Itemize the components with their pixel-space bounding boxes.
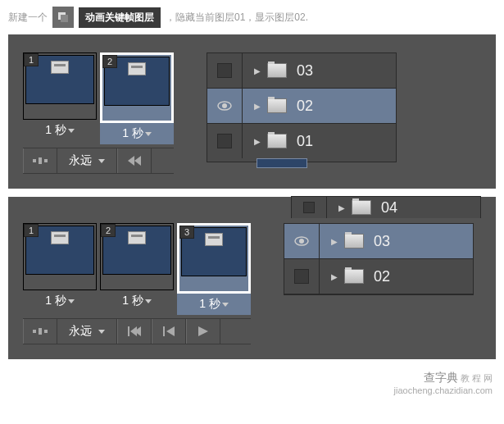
- expand-arrow-icon[interactable]: ▶: [338, 203, 345, 212]
- svg-point-19: [299, 239, 304, 244]
- svg-rect-3: [39, 157, 42, 164]
- folder-icon: [267, 98, 287, 113]
- layer-name: 03: [297, 62, 313, 80]
- svg-rect-4: [44, 159, 48, 162]
- frame-duration[interactable]: 1 秒: [177, 294, 251, 315]
- header-suffix: ，隐藏当前图层01，显示图层02.: [166, 11, 308, 25]
- dropdown-icon: [68, 299, 75, 303]
- timeline: 1 1 秒 2 1 秒 永远: [23, 52, 174, 174]
- svg-rect-1: [61, 15, 68, 22]
- frame-duration[interactable]: 1 秒: [100, 123, 174, 144]
- svg-marker-6: [128, 156, 134, 166]
- visibility-toggle[interactable]: [284, 224, 320, 258]
- loop-dropdown[interactable]: 永远: [57, 148, 117, 173]
- play-button[interactable]: [186, 319, 220, 344]
- frame-duration[interactable]: 1 秒: [100, 290, 174, 312]
- svg-rect-15: [163, 326, 165, 336]
- page-header: 新建一个 动画关键帧图层 ，隐藏当前图层01，显示图层02.: [0, 0, 504, 34]
- layer-name: 04: [381, 199, 397, 217]
- visibility-toggle[interactable]: [292, 197, 327, 218]
- layer-row-04[interactable]: ▶ 04: [291, 196, 481, 218]
- visibility-toggle[interactable]: [207, 53, 243, 88]
- expand-arrow-icon[interactable]: ▶: [331, 237, 338, 246]
- frame-2[interactable]: 2 1 秒: [100, 223, 174, 315]
- dropdown-icon: [68, 129, 75, 133]
- svg-rect-10: [39, 328, 42, 335]
- layer-row-03[interactable]: ▶ 03: [284, 224, 473, 258]
- animation-panel-2: ▶ 04 1 1 秒 2 1 秒 3 1 秒: [8, 197, 496, 359]
- header-highlight: 动画关键帧图层: [79, 7, 161, 28]
- tween-button[interactable]: [23, 148, 57, 173]
- visibility-toggle[interactable]: [284, 259, 320, 294]
- first-frame-button[interactable]: [117, 148, 152, 173]
- expand-arrow-icon[interactable]: ▶: [254, 102, 261, 111]
- visibility-toggle[interactable]: [207, 89, 243, 123]
- layer-name: 02: [297, 98, 313, 115]
- folder-icon: [344, 234, 364, 248]
- visibility-toggle[interactable]: [207, 124, 243, 158]
- layer-row-02[interactable]: ▶ 02: [207, 88, 396, 124]
- layer-name: 01: [297, 133, 313, 150]
- layer-row-01[interactable]: ▶ 01: [207, 124, 396, 158]
- layer-row-02[interactable]: ▶ 02: [284, 258, 473, 294]
- layer-name: 02: [374, 268, 390, 285]
- frame-2[interactable]: 2 1 秒: [100, 52, 174, 144]
- layer-row-03[interactable]: ▶ 03: [207, 53, 396, 88]
- loop-dropdown[interactable]: 永远: [57, 319, 117, 344]
- svg-rect-12: [128, 326, 129, 336]
- header-prefix: 新建一个: [8, 11, 48, 25]
- layers-panel: ▶ 03 ▶ 02 ▶ 01: [207, 52, 397, 162]
- frame-3[interactable]: 3 1 秒: [177, 223, 251, 315]
- svg-rect-9: [33, 330, 36, 333]
- frame-duration[interactable]: 1 秒: [23, 290, 97, 312]
- playback-controls: 永远: [23, 148, 174, 174]
- timeline: 1 1 秒 2 1 秒 3 1 秒 永远: [23, 223, 251, 344]
- frame-1[interactable]: 1 1 秒: [23, 223, 97, 315]
- layers-panel: ▶ 03 ▶ 02: [284, 223, 474, 295]
- dropdown-icon: [98, 330, 105, 334]
- tween-button[interactable]: [23, 319, 57, 344]
- folder-icon: [267, 63, 287, 78]
- prev-frame-button[interactable]: [152, 319, 186, 344]
- expand-arrow-icon[interactable]: ▶: [331, 272, 338, 281]
- layer-name: 03: [374, 233, 390, 250]
- layer-thumb: [257, 158, 307, 168]
- expand-arrow-icon[interactable]: ▶: [254, 137, 261, 146]
- svg-rect-2: [33, 159, 36, 162]
- watermark: 查字典 教 程 网 jiaocheng.chazidian.com: [0, 367, 504, 399]
- frame-duration[interactable]: 1 秒: [23, 120, 97, 141]
- frame-1[interactable]: 1 1 秒: [23, 52, 97, 144]
- animation-panel-1: 1 1 秒 2 1 秒 永远 ▶ 03: [8, 34, 496, 189]
- eye-icon: [294, 236, 309, 246]
- dropdown-icon: [145, 132, 152, 136]
- svg-marker-5: [134, 156, 141, 166]
- playback-controls: 永远: [23, 318, 251, 344]
- folder-icon: [344, 269, 364, 284]
- dropdown-icon: [222, 303, 229, 307]
- folder-icon: [267, 134, 287, 148]
- dropdown-icon: [145, 299, 152, 303]
- expand-arrow-icon[interactable]: ▶: [254, 66, 261, 75]
- svg-rect-11: [44, 330, 48, 333]
- first-frame-button[interactable]: [117, 319, 152, 344]
- svg-marker-16: [166, 326, 175, 336]
- layer-type-icon: [52, 7, 74, 28]
- dropdown-icon: [98, 159, 105, 163]
- svg-marker-17: [198, 326, 208, 336]
- svg-point-8: [222, 103, 227, 108]
- eye-icon: [217, 101, 232, 111]
- folder-icon: [352, 200, 371, 215]
